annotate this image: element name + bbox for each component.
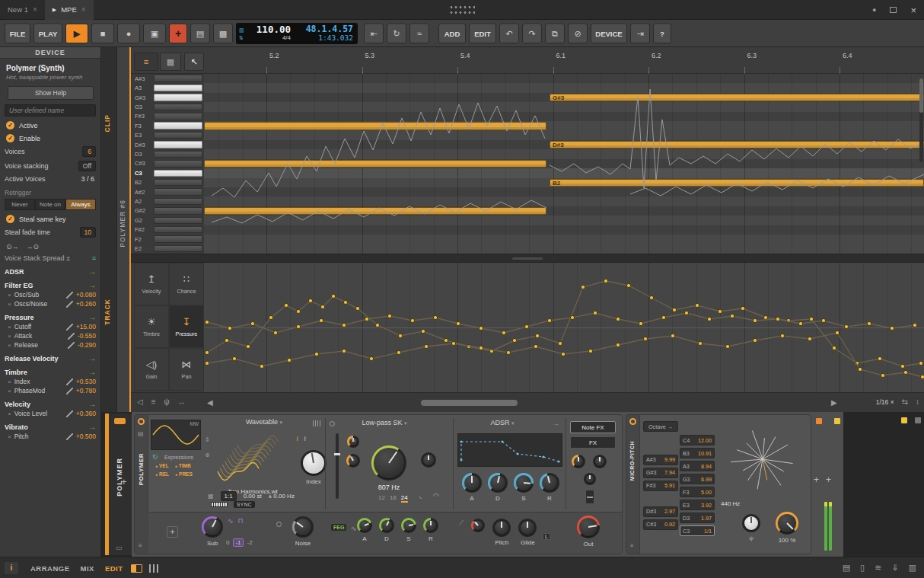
filter-release-knob[interactable] bbox=[423, 518, 438, 533]
pitch-value[interactable]: 2.97 bbox=[664, 508, 675, 515]
track-section-tab[interactable]: TRACK bbox=[104, 299, 111, 325]
timb-tag[interactable]: TIMB bbox=[175, 463, 191, 468]
add-button[interactable]: ADD bbox=[438, 24, 466, 43]
steal-fade-time-value[interactable]: 10 bbox=[80, 227, 96, 238]
device-power-icon[interactable] bbox=[138, 418, 145, 425]
fx-tab[interactable]: FX bbox=[570, 436, 616, 449]
remove-icon[interactable]: × bbox=[8, 378, 11, 385]
keytrack-icon[interactable] bbox=[211, 502, 228, 507]
key-bar[interactable] bbox=[154, 188, 202, 196]
mod-amount[interactable]: -0.550 bbox=[78, 332, 96, 340]
redo-icon[interactable]: ↷ bbox=[522, 24, 542, 43]
filter-resonance-knob[interactable] bbox=[346, 454, 360, 468]
mod-target-cutoff[interactable]: ×Cutoff+15.00 bbox=[8, 323, 96, 331]
active-toggle[interactable]: ✓ Active bbox=[6, 121, 94, 129]
mod-amount[interactable]: +15.00 bbox=[76, 323, 96, 331]
sub-level-knob[interactable] bbox=[202, 516, 223, 538]
mod-section-release-velocity[interactable]: Release Velocity→ bbox=[5, 354, 96, 362]
tempo-value[interactable]: 110.00 bbox=[250, 25, 291, 34]
filter-slope-12[interactable]: 12 bbox=[378, 494, 385, 503]
mod-wheel-icon[interactable] bbox=[585, 490, 594, 504]
transport-record-button[interactable]: ● bbox=[117, 24, 140, 43]
display-profile-icon[interactable]: ▤ bbox=[843, 563, 850, 573]
clip-launcher-icon[interactable]: ▩ bbox=[213, 24, 233, 43]
piano-key-g2[interactable]: G2 bbox=[131, 216, 204, 225]
vel-tag[interactable]: VEL bbox=[155, 463, 169, 468]
add-oscillator-button[interactable]: + bbox=[167, 526, 178, 538]
view-tab-mix[interactable]: MIX bbox=[81, 564, 94, 573]
steal-same-key-toggle[interactable]: ✓ Steal same key bbox=[6, 215, 94, 223]
unison-icon[interactable]: ≀ bbox=[296, 435, 298, 442]
punch-in-icon[interactable]: ⇤ bbox=[364, 24, 384, 43]
param-value[interactable]: 6 bbox=[82, 146, 96, 157]
param-row-voice-stacking[interactable]: Voice stackingOff bbox=[5, 161, 96, 171]
mod-arrow-icon[interactable]: → bbox=[552, 419, 559, 427]
piano-key-g#3[interactable]: G#3 bbox=[131, 93, 204, 102]
audition-icon[interactable]: ◁ bbox=[137, 398, 143, 406]
fold-keys-icon[interactable]: ▦ bbox=[160, 53, 181, 71]
mod-section-filter-eg[interactable]: Filter EG→ bbox=[5, 281, 96, 289]
horizontal-scrollbar-thumb[interactable] bbox=[421, 400, 518, 406]
filter-cutoff-value[interactable]: 807 Hz bbox=[368, 484, 410, 491]
automation-follow-icon[interactable]: ≈ bbox=[409, 24, 429, 43]
mod-amount[interactable]: +0.500 bbox=[76, 433, 96, 440]
piano-key-d#3[interactable]: D#3 bbox=[131, 140, 204, 149]
piano-key-e3[interactable]: E3 bbox=[131, 130, 204, 139]
focus-device-icon[interactable]: ⇥ bbox=[630, 24, 650, 43]
track-header[interactable]: POLYMER ▭ bbox=[109, 414, 132, 555]
remove-icon[interactable]: × bbox=[8, 342, 11, 349]
add-device-before-button[interactable]: + bbox=[121, 476, 127, 487]
close-window-icon[interactable]: × bbox=[910, 5, 916, 16]
expression-tab-velocity[interactable]: ↥Velocity bbox=[134, 263, 169, 305]
ruler-beat-label[interactable]: 5.3 bbox=[365, 52, 375, 59]
key-bar[interactable] bbox=[154, 245, 202, 253]
filter-slope-18[interactable]: 18 bbox=[390, 494, 397, 503]
oscillator-shape-display[interactable]: MW bbox=[151, 420, 201, 450]
device-menu-button[interactable]: DEVICE bbox=[591, 24, 627, 43]
mod-target-release[interactable]: ×Release-0.290 bbox=[8, 341, 96, 349]
mod-routing-out-icon[interactable]: ⊙→ bbox=[6, 243, 19, 251]
close-tab-icon[interactable]: × bbox=[33, 5, 37, 14]
wavetable-selector[interactable]: Wavetable ▾ bbox=[211, 418, 317, 426]
micropitch-c4[interactable]: C412.00 bbox=[680, 435, 715, 445]
pitch-knob[interactable] bbox=[492, 519, 511, 537]
filter-cutoff-knob[interactable] bbox=[371, 445, 406, 481]
dual-pane-icon[interactable] bbox=[131, 564, 142, 573]
undo-icon[interactable]: ↶ bbox=[499, 24, 519, 43]
remove-icon[interactable]: × bbox=[8, 324, 11, 331]
key-bar[interactable] bbox=[154, 113, 202, 120]
piano-key-a#3[interactable]: A#3 bbox=[131, 74, 204, 83]
clip-section-tab[interactable]: CLIP bbox=[104, 114, 111, 132]
filter-env-shape-icon[interactable]: ∿ bbox=[351, 525, 357, 532]
filter-lfo-icon[interactable]: ∿ bbox=[350, 436, 356, 443]
retrigger-option-note-on[interactable]: Note on bbox=[35, 199, 65, 210]
close-tab-icon[interactable]: × bbox=[81, 5, 86, 14]
expression-tab-gain[interactable]: ◁)Gain bbox=[134, 348, 169, 391]
micro-pitch-view-icon[interactable]: ψ bbox=[164, 398, 170, 406]
micropitch-g#3[interactable]: G#37.94 bbox=[643, 468, 678, 478]
note-editor-mode-icon[interactable]: ≡ bbox=[134, 53, 158, 71]
rel-tag[interactable]: REL bbox=[155, 471, 169, 477]
filter-sustain-knob[interactable] bbox=[401, 518, 416, 533]
pitch-value[interactable]: 7.94 bbox=[664, 469, 675, 476]
micropitch-c#3[interactable]: C#30.92 bbox=[643, 519, 678, 530]
piano-key-b2[interactable]: B2 bbox=[131, 177, 204, 187]
song-position-time[interactable]: 1:43.032 bbox=[291, 34, 353, 42]
project-tab-new1[interactable]: New 1 × bbox=[0, 0, 45, 20]
ruler-beat-label[interactable]: 6.1 bbox=[556, 52, 566, 59]
pitch-value[interactable]: 5.91 bbox=[664, 482, 675, 489]
play-menu-button[interactable]: PLAY bbox=[33, 24, 62, 43]
filter-env-amount-slider[interactable] bbox=[336, 433, 339, 499]
expression-tab-pan[interactable]: ⋈Pan bbox=[169, 348, 204, 391]
copy-icon[interactable]: ⧉ bbox=[545, 24, 565, 43]
device-power-icon[interactable] bbox=[629, 418, 636, 425]
phase-icon[interactable]: ⊕ bbox=[205, 452, 210, 458]
link-icon[interactable]: ↔ bbox=[178, 398, 186, 406]
param-value[interactable]: Off bbox=[78, 161, 96, 171]
piano-key-a2[interactable]: A2 bbox=[131, 196, 204, 206]
remove-icon[interactable]: × bbox=[8, 388, 11, 394]
key-bar[interactable] bbox=[154, 226, 202, 234]
device-expand-icon[interactable]: ≡ bbox=[630, 542, 634, 549]
bandpass-shape-icon[interactable]: ◠ bbox=[433, 492, 439, 500]
show-help-button[interactable]: Show Help bbox=[8, 86, 94, 100]
